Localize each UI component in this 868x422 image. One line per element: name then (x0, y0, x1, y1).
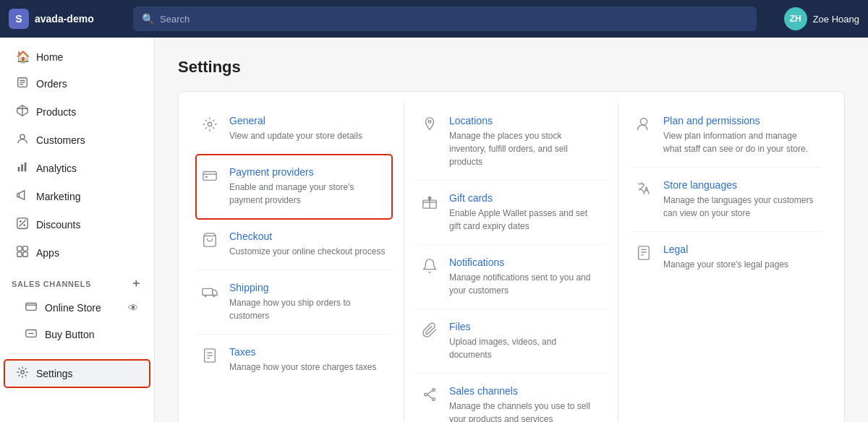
settings-label: Settings (36, 368, 73, 379)
settings-item-checkout[interactable]: Checkout Customize your online checkout … (196, 219, 392, 270)
svg-rect-24 (203, 172, 216, 181)
settings-col-2: Locations Manage the places you stock in… (404, 103, 618, 422)
svg-point-34 (428, 121, 431, 124)
brand-name: avada-demo (35, 13, 94, 25)
legal-desc: Manage your store's legal pages (663, 258, 815, 271)
sidebar-item-label: Home (36, 51, 63, 63)
payment-text: Payment providers Enable and manage your… (229, 166, 386, 207)
store-languages-icon (636, 181, 653, 200)
sales-channels-icon (422, 387, 439, 406)
settings-item-sales-channels[interactable]: Sales channels Manage the channels you u… (416, 374, 606, 422)
brand[interactable]: S avada-demo (9, 9, 124, 29)
settings-item-legal[interactable]: Legal Manage your store's legal pages (630, 232, 821, 283)
notifications-title: Notifications (449, 257, 600, 268)
taxes-icon (202, 348, 219, 367)
home-icon: 🏠 (16, 50, 29, 64)
settings-item-notifications[interactable]: Notifications Manage notifications sent … (416, 245, 606, 309)
shipping-title: Shipping (229, 282, 386, 293)
store-languages-text: Store languages Manage the languages you… (663, 179, 815, 220)
sidebar-item-orders[interactable]: Orders (4, 70, 150, 98)
settings-item-store-languages[interactable]: Store languages Manage the languages you… (630, 168, 821, 232)
notifications-text: Notifications Manage notifications sent … (449, 257, 600, 297)
settings-icon (16, 366, 29, 382)
svg-rect-8 (18, 167, 20, 171)
search-icon: 🔍 (142, 13, 154, 25)
sidebar-item-buy-button[interactable]: Buy Button (4, 322, 150, 348)
svg-point-22 (21, 371, 25, 374)
svg-point-23 (208, 122, 212, 126)
plan-permissions-desc: View plan information and manage what st… (663, 129, 815, 155)
taxes-title: Taxes (229, 346, 386, 358)
settings-item-files[interactable]: Files Upload images, videos, and documen… (416, 309, 606, 374)
svg-rect-19 (26, 303, 36, 311)
sidebar-item-settings[interactable]: Settings (4, 360, 150, 387)
files-title: Files (449, 321, 600, 332)
sidebar-item-apps[interactable]: Apps (4, 239, 150, 267)
checkout-title: Checkout (229, 231, 386, 242)
sales-channels-label: SALES CHANNELS (12, 280, 91, 288)
sidebar-item-discounts[interactable]: Discounts (4, 211, 150, 238)
files-desc: Upload images, videos, and documents (449, 335, 600, 361)
sidebar-item-label: Analytics (36, 163, 77, 174)
products-icon (16, 104, 29, 120)
apps-icon (16, 245, 29, 261)
settings-item-taxes[interactable]: Taxes Manage how your store charges taxe… (196, 335, 392, 385)
sidebar-item-label: Marketing (36, 191, 80, 202)
svg-point-12 (23, 224, 25, 226)
sidebar-item-products[interactable]: Products (4, 98, 150, 126)
plan-permissions-icon (636, 116, 653, 136)
settings-item-plan-permissions[interactable]: Plan and permissions View plan informati… (630, 103, 821, 168)
svg-rect-27 (203, 288, 213, 295)
svg-rect-25 (205, 176, 208, 178)
shipping-icon (202, 283, 219, 303)
svg-point-29 (213, 296, 216, 298)
sidebar-item-home[interactable]: 🏠 Home (4, 44, 150, 69)
svg-line-40 (427, 395, 432, 399)
settings-item-general[interactable]: General View and update your store detai… (196, 103, 392, 155)
search-placeholder: Search (160, 14, 190, 25)
brand-icon: S (9, 9, 29, 29)
locations-desc: Manage the places you stock inventory, f… (449, 129, 600, 168)
add-sales-channel-icon[interactable]: ＋ (130, 276, 142, 291)
svg-point-38 (425, 393, 427, 396)
notifications-desc: Manage notifications sent to you and you… (449, 271, 600, 297)
search-bar[interactable]: 🔍 Search (133, 7, 757, 31)
plan-permissions-title: Plan and permissions (663, 115, 815, 126)
svg-rect-17 (17, 252, 22, 257)
sidebar-item-label: Products (36, 106, 76, 118)
settings-item-payment-providers[interactable]: Payment providers Enable and manage your… (196, 155, 392, 219)
checkout-text: Checkout Customize your online checkout … (229, 231, 386, 258)
sales-channels-title: Sales channels (449, 385, 600, 397)
payment-title: Payment providers (229, 166, 386, 178)
sidebar-item-online-store[interactable]: Online Store 👁 (4, 295, 150, 321)
svg-point-36 (433, 389, 435, 392)
sidebar-item-analytics[interactable]: Analytics (4, 155, 150, 182)
settings-item-gift-cards[interactable]: Gift cards Enable Apple Wallet passes an… (416, 181, 606, 245)
gift-cards-text: Gift cards Enable Apple Wallet passes an… (449, 192, 600, 233)
taxes-text: Taxes Manage how your store charges taxe… (229, 346, 386, 374)
sidebar-item-label: Discounts (36, 219, 80, 231)
topnav: S avada-demo 🔍 Search ZH Zoe Hoang (0, 0, 868, 38)
sidebar-item-marketing[interactable]: Marketing (4, 183, 150, 210)
files-text: Files Upload images, videos, and documen… (449, 321, 600, 361)
gift-cards-desc: Enable Apple Wallet passes and set gift … (449, 207, 600, 233)
settings-item-shipping[interactable]: Shipping Manage how you ship orders to c… (196, 270, 392, 335)
svg-rect-16 (23, 246, 27, 251)
taxes-desc: Manage how your store charges taxes (229, 361, 386, 374)
user-area: ZH Zoe Hoang (765, 7, 859, 30)
sidebar-item-customers[interactable]: Customers (4, 126, 150, 154)
settings-item-locations[interactable]: Locations Manage the places you stock in… (416, 103, 606, 181)
svg-rect-15 (17, 246, 22, 251)
avatar[interactable]: ZH (784, 7, 807, 30)
checkout-desc: Customize your online checkout process (229, 245, 386, 258)
svg-rect-42 (639, 246, 650, 259)
legal-text: Legal Manage your store's legal pages (663, 244, 815, 271)
online-store-label: Online Store (45, 302, 101, 314)
page-title: Settings (178, 58, 845, 77)
sales-channels-desc: Manage the channels you use to sell your… (449, 400, 600, 422)
payment-icon (202, 168, 219, 187)
buy-button-label: Buy Button (45, 329, 95, 340)
plan-permissions-text: Plan and permissions View plan informati… (663, 115, 815, 155)
svg-rect-10 (25, 163, 27, 172)
svg-point-11 (20, 220, 22, 223)
